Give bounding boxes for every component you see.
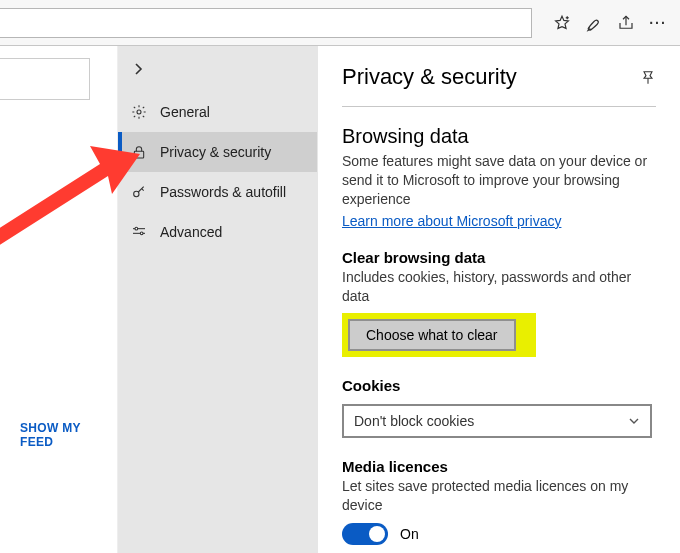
settings-detail-panel: Privacy & security Browsing data Some fe… <box>318 46 680 553</box>
sidebar-item-label: Advanced <box>160 224 222 240</box>
key-icon <box>130 183 148 201</box>
toggle-state-label: On <box>400 526 419 542</box>
cookies-selected-value: Don't block cookies <box>354 413 474 429</box>
media-licences-heading: Media licences <box>342 458 656 475</box>
pin-icon[interactable] <box>640 69 656 85</box>
sidebar-item-privacy-security[interactable]: Privacy & security <box>118 132 317 172</box>
page-content-left: SHOW MY FEED <box>0 46 118 553</box>
media-licences-toggle[interactable] <box>342 523 388 545</box>
reading-list-icon[interactable] <box>580 9 608 37</box>
svg-point-2 <box>137 110 141 114</box>
browsing-data-heading: Browsing data <box>342 125 656 148</box>
clear-browsing-heading: Clear browsing data <box>342 249 656 266</box>
panel-title: Privacy & security <box>342 64 517 90</box>
gear-icon <box>130 103 148 121</box>
show-my-feed-link[interactable]: SHOW MY FEED <box>20 421 117 449</box>
top-action-icons: ··· <box>532 9 680 37</box>
learn-more-privacy-link[interactable]: Learn more about Microsoft privacy <box>342 213 561 229</box>
top-toolbar: ··· <box>0 0 680 46</box>
favorites-icon[interactable] <box>548 9 576 37</box>
svg-rect-3 <box>134 151 143 158</box>
media-licences-desc: Let sites save protected media licences … <box>342 477 656 515</box>
settings-sidebar: General Privacy & security Passwords & a… <box>118 46 318 553</box>
sidebar-item-label: General <box>160 104 210 120</box>
cookies-dropdown[interactable]: Don't block cookies <box>342 404 652 438</box>
sidebar-item-advanced[interactable]: Advanced <box>118 212 317 252</box>
chevron-down-icon <box>628 415 640 427</box>
lock-icon <box>130 143 148 161</box>
sidebar-item-general[interactable]: General <box>118 92 317 132</box>
highlight-annotation: Choose what to clear <box>342 313 536 357</box>
sidebar-item-label: Privacy & security <box>160 144 271 160</box>
cookies-heading: Cookies <box>342 377 656 394</box>
clear-browsing-desc: Includes cookies, history, passwords and… <box>342 268 656 306</box>
svg-point-8 <box>140 232 143 235</box>
choose-what-to-clear-button[interactable]: Choose what to clear <box>348 319 516 351</box>
address-bar[interactable] <box>0 8 532 38</box>
share-icon[interactable] <box>612 9 640 37</box>
sliders-icon <box>130 223 148 241</box>
browsing-data-desc: Some features might save data on your de… <box>342 152 656 209</box>
back-chevron-icon[interactable] <box>118 46 158 92</box>
svg-point-4 <box>134 191 139 196</box>
more-icon[interactable]: ··· <box>644 9 672 37</box>
sidebar-item-passwords-autofill[interactable]: Passwords & autofill <box>118 172 317 212</box>
search-box-partial[interactable] <box>0 58 90 100</box>
svg-point-7 <box>135 227 138 230</box>
sidebar-item-label: Passwords & autofill <box>160 184 286 200</box>
